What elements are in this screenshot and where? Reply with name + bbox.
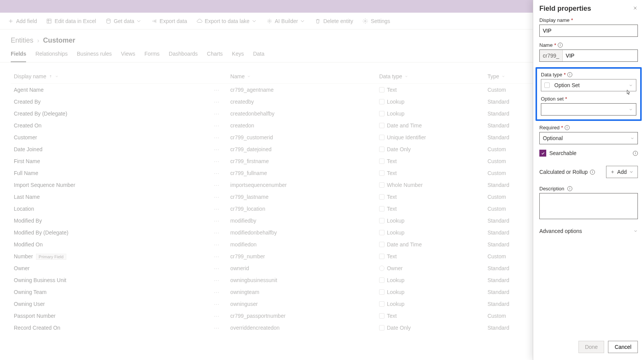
tab-views[interactable]: Views <box>121 47 135 62</box>
cell-name: modifiedonbehalfby <box>227 226 376 238</box>
delete-entity-button[interactable]: Delete entity <box>311 13 357 29</box>
required-label: Required <box>539 125 560 130</box>
cell-name: modifiedby <box>227 215 376 226</box>
cell-data-type: Lookup <box>376 226 484 238</box>
data-type-label: Data type <box>541 72 562 78</box>
info-icon[interactable]: i <box>565 125 570 130</box>
required-asterisk: * <box>571 17 573 23</box>
add-field-button[interactable]: Add field <box>4 13 41 29</box>
cell-display-name: Modified By <box>11 215 200 226</box>
cell-data-type: Text <box>376 155 484 167</box>
row-menu-button[interactable]: ··· <box>200 107 227 119</box>
data-type-icon <box>379 123 384 128</box>
row-menu-button[interactable]: ··· <box>200 96 227 107</box>
tab-relationships[interactable]: Relationships <box>35 47 67 62</box>
cell-data-type: Text <box>376 191 484 203</box>
breadcrumb-parent[interactable]: Entities <box>11 36 33 45</box>
required-select[interactable]: Optional <box>539 132 638 144</box>
export-data-button[interactable]: Export data <box>147 13 191 29</box>
edit-excel-label: Edit data in Excel <box>54 18 96 24</box>
chevron-down-icon <box>633 229 638 233</box>
get-data-button[interactable]: Get data <box>102 13 146 29</box>
settings-button[interactable]: Settings <box>358 13 394 29</box>
row-menu-button[interactable]: ··· <box>200 131 227 143</box>
tab-forms[interactable]: Forms <box>145 47 160 62</box>
cell-name: overriddencreatedon <box>227 322 376 334</box>
cell-name: createdonbehalfby <box>227 107 376 119</box>
cell-data-type: Lookup <box>376 107 484 119</box>
column-type[interactable]: Type <box>488 73 505 79</box>
column-data-type-label: Data type <box>379 73 402 79</box>
done-button[interactable]: Done <box>578 341 604 353</box>
data-type-icon <box>379 159 384 164</box>
cell-display-name: Owning User <box>11 298 200 310</box>
data-type-icon <box>379 99 384 104</box>
panel-title: Field properties <box>539 5 591 13</box>
data-type-value: Option Set <box>554 82 580 88</box>
row-menu-button[interactable]: ··· <box>200 203 227 215</box>
name-input-wrapper: cr799_ <box>539 50 638 62</box>
row-menu-button[interactable]: ··· <box>200 179 227 191</box>
row-menu-button[interactable]: ··· <box>200 155 227 167</box>
data-type-icon <box>379 218 384 223</box>
row-menu-button[interactable]: ··· <box>200 143 227 155</box>
searchable-checkbox[interactable] <box>539 150 546 157</box>
cell-display-name: Customer <box>11 131 200 143</box>
cell-data-type: Unique Identifier <box>376 131 484 143</box>
ai-builder-button[interactable]: AI Builder <box>263 13 310 29</box>
cancel-button[interactable]: Cancel <box>608 341 638 353</box>
data-type-icon <box>379 87 384 92</box>
data-type-select[interactable]: Option Set <box>541 79 636 91</box>
row-menu-button[interactable]: ··· <box>200 286 227 298</box>
cell-display-name: Owner <box>11 262 200 274</box>
cell-name: cr799_lastname <box>227 191 376 203</box>
option-set-select[interactable] <box>541 103 636 116</box>
row-menu-button[interactable]: ··· <box>200 298 227 310</box>
row-menu-button[interactable]: ··· <box>200 191 227 203</box>
cell-name: cr799_agentname <box>227 84 376 96</box>
row-menu-button[interactable]: ··· <box>200 238 227 250</box>
tab-business-rules[interactable]: Business rules <box>77 47 112 62</box>
chevron-down-icon <box>630 136 634 140</box>
info-icon[interactable]: i <box>633 151 638 156</box>
tab-dashboards[interactable]: Dashboards <box>169 47 198 62</box>
cell-name: ownerid <box>227 262 376 274</box>
row-menu-button[interactable]: ··· <box>200 215 227 226</box>
row-menu-button[interactable]: ··· <box>200 119 227 131</box>
description-textarea[interactable] <box>539 193 638 219</box>
info-icon[interactable]: i <box>567 72 572 77</box>
option-set-label: Option set <box>541 96 564 102</box>
export-data-lake-button[interactable]: Export to data lake <box>192 13 261 29</box>
cell-data-type: Lookup <box>376 286 484 298</box>
cell-display-name: NumberPrimary Field <box>11 250 200 262</box>
cell-data-type: Text <box>376 167 484 179</box>
row-menu-button[interactable]: ··· <box>200 310 227 322</box>
column-data-type[interactable]: Data type <box>379 73 408 79</box>
row-menu-button[interactable]: ··· <box>200 322 227 334</box>
advanced-options-toggle[interactable]: Advanced options <box>539 226 638 236</box>
cell-data-type: Text <box>376 310 484 322</box>
row-menu-button[interactable]: ··· <box>200 262 227 274</box>
tab-keys[interactable]: Keys <box>232 47 244 62</box>
row-menu-button[interactable]: ··· <box>200 84 227 96</box>
info-icon[interactable]: i <box>590 170 595 175</box>
add-calc-button[interactable]: Add <box>606 166 638 178</box>
row-menu-button[interactable]: ··· <box>200 250 227 262</box>
column-name[interactable]: Name <box>230 73 251 79</box>
required-asterisk: * <box>554 42 556 48</box>
display-name-input[interactable] <box>539 25 638 37</box>
tab-charts[interactable]: Charts <box>207 47 223 62</box>
edit-in-excel-button[interactable]: Edit data in Excel <box>42 13 100 29</box>
row-menu-button[interactable]: ··· <box>200 226 227 238</box>
info-icon[interactable]: i <box>567 186 572 191</box>
cell-name: cr799_number <box>227 250 376 262</box>
tab-fields[interactable]: Fields <box>11 47 26 62</box>
cell-display-name: Record Created On <box>11 322 200 334</box>
tab-data[interactable]: Data <box>253 47 264 62</box>
close-panel-button[interactable] <box>632 5 638 12</box>
column-display-name[interactable]: Display name <box>14 73 59 79</box>
row-menu-button[interactable]: ··· <box>200 274 227 286</box>
info-icon[interactable]: i <box>558 43 563 48</box>
name-input[interactable] <box>563 50 637 61</box>
row-menu-button[interactable]: ··· <box>200 167 227 179</box>
